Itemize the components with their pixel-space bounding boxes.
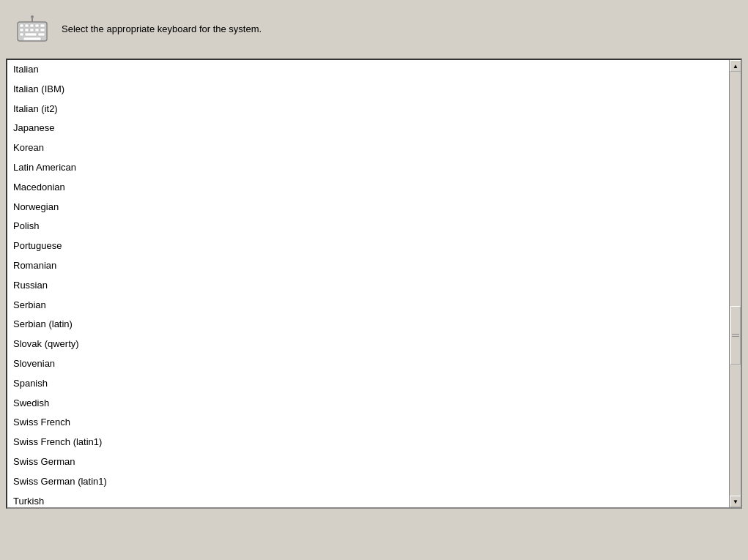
svg-point-16 (31, 15, 34, 18)
list-item[interactable]: Macedonian (7, 178, 729, 198)
svg-rect-4 (35, 24, 39, 27)
list-item[interactable]: Turkish (7, 492, 729, 507)
svg-rect-3 (30, 24, 34, 27)
keyboard-list[interactable]: ItalianItalian (IBM)Italian (it2)Japanes… (7, 60, 729, 507)
scroll-track[interactable] (730, 72, 741, 496)
list-item[interactable]: Korean (7, 138, 729, 158)
svg-rect-7 (25, 29, 29, 31)
list-item[interactable]: Slovak (qwerty) (7, 335, 729, 354)
list-item[interactable]: Portuguese (7, 236, 729, 256)
list-item[interactable]: Serbian (latin) (7, 315, 729, 335)
svg-rect-11 (20, 33, 23, 36)
svg-rect-5 (40, 24, 45, 27)
list-item[interactable]: Swiss French (7, 413, 729, 433)
svg-rect-14 (23, 37, 41, 40)
list-item[interactable]: Italian (7, 60, 729, 80)
svg-rect-6 (20, 29, 23, 31)
list-item[interactable]: Japanese (7, 119, 729, 138)
svg-rect-2 (25, 24, 29, 27)
list-item[interactable]: Polish (7, 217, 729, 236)
list-item[interactable]: Romanian (7, 256, 729, 276)
svg-rect-10 (40, 29, 45, 31)
list-item[interactable]: Spanish (7, 374, 729, 394)
svg-rect-12 (25, 33, 37, 36)
header: Select the appropriate keyboard for the … (0, 0, 748, 59)
list-item[interactable]: Norwegian (7, 198, 729, 217)
svg-rect-1 (20, 24, 23, 27)
list-item[interactable]: Italian (IBM) (7, 80, 729, 100)
scroll-up-button[interactable]: ▲ (730, 60, 741, 72)
list-item[interactable]: Serbian (7, 296, 729, 316)
list-item[interactable]: Russian (7, 276, 729, 296)
keyboard-list-container: ItalianItalian (IBM)Italian (it2)Japanes… (6, 59, 742, 509)
scroll-down-button[interactable]: ▼ (730, 496, 741, 507)
list-item[interactable]: Swiss French (latin1) (7, 433, 729, 452)
list-item[interactable]: Swiss German (7, 452, 729, 472)
list-item[interactable]: Swedish (7, 394, 729, 414)
svg-rect-13 (38, 33, 45, 36)
header-description: Select the appropriate keyboard for the … (62, 23, 262, 36)
svg-rect-9 (35, 29, 39, 31)
scroll-thumb-grip (732, 334, 739, 337)
scroll-thumb[interactable] (730, 306, 741, 365)
list-item[interactable]: Slovenian (7, 354, 729, 374)
list-item[interactable]: Italian (it2) (7, 100, 729, 119)
list-item[interactable]: Swiss German (latin1) (7, 472, 729, 492)
svg-rect-8 (30, 29, 34, 31)
keyboard-icon (15, 12, 50, 47)
scrollbar[interactable]: ▲ ▼ (729, 60, 741, 507)
list-item[interactable]: Latin American (7, 158, 729, 178)
